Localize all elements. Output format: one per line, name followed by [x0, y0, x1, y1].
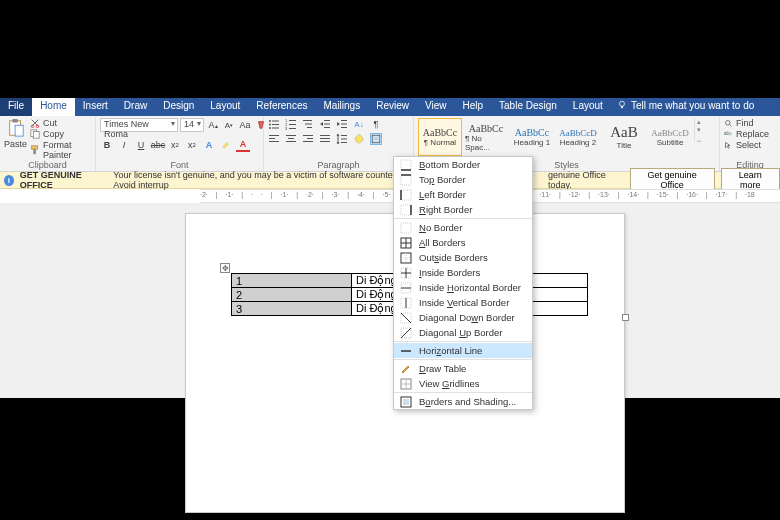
show-marks-button[interactable]: ¶: [370, 118, 382, 130]
font-name-select[interactable]: Times New Roma: [100, 118, 178, 132]
decrease-indent-button[interactable]: [319, 118, 331, 130]
multilevel-button[interactable]: [302, 118, 314, 130]
table-move-handle[interactable]: ✥: [220, 263, 230, 273]
highlight-button[interactable]: [219, 138, 233, 152]
select-button[interactable]: Select: [724, 140, 761, 150]
tab-table-design[interactable]: Table Design: [491, 98, 565, 116]
svg-rect-32: [269, 135, 279, 136]
borders-shading-icon: [400, 396, 412, 408]
format-painter-icon: [30, 145, 40, 155]
svg-line-78: [401, 328, 411, 338]
border-top[interactable]: Top Border: [394, 172, 532, 187]
table-resize-handle[interactable]: [622, 314, 629, 321]
tab-review[interactable]: Review: [368, 98, 417, 116]
line-spacing-button[interactable]: [336, 133, 348, 145]
style-name: Heading 1: [514, 138, 550, 147]
border-inside-vertical[interactable]: Inside Vertical Border: [394, 295, 532, 310]
cell[interactable]: 2: [232, 288, 352, 302]
justify-button[interactable]: [319, 133, 331, 145]
sort-button[interactable]: A↓: [353, 118, 365, 130]
border-bottom[interactable]: BBottom Borderottom Border: [394, 157, 532, 172]
copy-button[interactable]: Copy: [30, 129, 91, 139]
svg-line-51: [729, 124, 731, 126]
italic-button[interactable]: I: [117, 138, 131, 152]
border-none[interactable]: No Border: [394, 220, 532, 235]
horizontal-line[interactable]: Horizontal Line: [394, 343, 532, 358]
style-title[interactable]: AaBTitle: [602, 118, 646, 156]
format-painter-button[interactable]: Format Painter: [30, 140, 91, 160]
tab-layout[interactable]: Layout: [202, 98, 248, 116]
svg-point-5: [31, 125, 34, 128]
style-heading1[interactable]: AaBbCcHeading 1: [510, 118, 554, 156]
border-outside[interactable]: Outside Borders: [394, 250, 532, 265]
align-right-button[interactable]: [302, 133, 314, 145]
superscript-button[interactable]: x2: [185, 138, 199, 152]
shading-button[interactable]: [353, 133, 365, 145]
tab-insert[interactable]: Insert: [75, 98, 116, 116]
paste-label: Paste: [4, 139, 27, 149]
tab-help[interactable]: Help: [454, 98, 491, 116]
style-nospacing[interactable]: AaBbCc¶ No Spac...: [464, 118, 508, 156]
svg-rect-29: [341, 120, 347, 121]
align-left-button[interactable]: [268, 133, 280, 145]
text-effects-button[interactable]: A: [202, 138, 216, 152]
borders-and-shading[interactable]: Borders and Shading...: [394, 394, 532, 409]
svg-rect-42: [320, 138, 330, 139]
borders-button[interactable]: [370, 133, 382, 145]
border-all[interactable]: All Borders: [394, 235, 532, 250]
cell[interactable]: 3: [232, 302, 352, 316]
find-button[interactable]: Find: [724, 118, 754, 128]
font-size-select[interactable]: 14: [180, 118, 204, 132]
font-color-button[interactable]: A: [236, 138, 250, 152]
tab-layout2[interactable]: Layout: [565, 98, 611, 116]
bullets-button[interactable]: [268, 118, 280, 130]
tab-home[interactable]: Home: [32, 98, 75, 116]
style-subtitle[interactable]: AaBbCcDSubtitle: [648, 118, 692, 156]
shrink-font-button[interactable]: A▾: [222, 118, 236, 132]
styles-up[interactable]: ▴: [697, 118, 701, 126]
style-heading2[interactable]: AaBbCcDHeading 2: [556, 118, 600, 156]
draw-table[interactable]: Draw Table: [394, 361, 532, 376]
change-case-button[interactable]: Aa: [238, 118, 252, 132]
subscript-button[interactable]: x2: [168, 138, 182, 152]
numbering-button[interactable]: 123: [285, 118, 297, 130]
cut-button[interactable]: Cut: [30, 118, 91, 128]
style-normal[interactable]: AaBbCc¶ Normal: [418, 118, 462, 156]
svg-rect-53: [401, 160, 411, 170]
border-left[interactable]: Left Border: [394, 187, 532, 202]
svg-rect-45: [341, 139, 347, 140]
border-all-icon: [400, 237, 412, 249]
svg-rect-26: [324, 120, 330, 121]
grow-font-button[interactable]: A▴: [206, 118, 220, 132]
tab-draw[interactable]: Draw: [116, 98, 155, 116]
tell-me-label: Tell me what you want to do: [631, 100, 754, 116]
cut-icon: [30, 118, 40, 128]
warning-msg2: genuine Office today.: [548, 170, 624, 190]
paste-button[interactable]: Paste: [4, 118, 27, 149]
svg-rect-23: [303, 120, 312, 121]
tab-design[interactable]: Design: [155, 98, 202, 116]
svg-rect-43: [320, 141, 330, 142]
bold-button[interactable]: B: [100, 138, 114, 152]
tab-references[interactable]: References: [248, 98, 315, 116]
tab-file[interactable]: File: [0, 98, 32, 116]
strikethrough-button[interactable]: abc: [151, 138, 165, 152]
tab-view[interactable]: View: [417, 98, 455, 116]
view-gridlines[interactable]: View Gridlines: [394, 376, 532, 391]
align-center-button[interactable]: [285, 133, 297, 145]
styles-down[interactable]: ▾: [697, 126, 701, 134]
increase-indent-button[interactable]: [336, 118, 348, 130]
underline-button[interactable]: U: [134, 138, 148, 152]
border-inside-horizontal[interactable]: Inside Horizontal Border: [394, 280, 532, 295]
tab-mailings[interactable]: Mailings: [315, 98, 368, 116]
tell-me[interactable]: Tell me what you want to do: [611, 98, 760, 116]
styles-more[interactable]: ⎯: [697, 134, 701, 141]
border-right[interactable]: Right Border: [394, 202, 532, 217]
border-diagonal-down[interactable]: Diagonal Down Border: [394, 310, 532, 325]
svg-rect-34: [269, 141, 279, 142]
replace-button[interactable]: abReplace: [724, 129, 769, 139]
style-name: Subtitle: [657, 138, 684, 147]
border-diagonal-up[interactable]: Diagonal Up Border: [394, 325, 532, 340]
cell[interactable]: 1: [232, 274, 352, 288]
border-inside[interactable]: Inside Borders: [394, 265, 532, 280]
